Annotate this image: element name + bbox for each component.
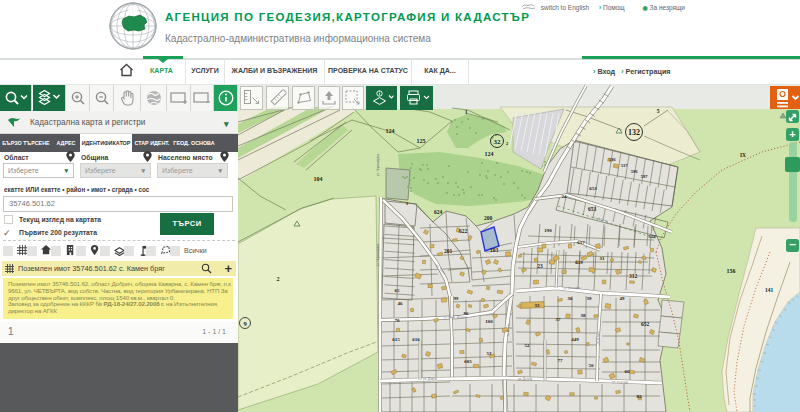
svg-text:ул. Черноморска: ул. Черноморска — [376, 153, 380, 176]
svg-text:31: 31 — [600, 256, 606, 261]
svg-text:24: 24 — [562, 194, 568, 199]
svg-text:125: 125 — [417, 138, 426, 144]
svg-text:46: 46 — [398, 301, 404, 306]
svg-text:596: 596 — [631, 169, 639, 174]
svg-text:33: 33 — [535, 303, 541, 308]
svg-text:70: 70 — [395, 318, 401, 323]
svg-text:312: 312 — [629, 273, 638, 279]
svg-text:52: 52 — [525, 343, 531, 348]
svg-text:60: 60 — [625, 369, 631, 374]
svg-text:ул. Българка: ул. Българка — [563, 286, 581, 291]
svg-text:449: 449 — [571, 337, 579, 342]
svg-text:615: 615 — [392, 337, 400, 342]
svg-text:99: 99 — [454, 296, 459, 301]
svg-text:653: 653 — [588, 206, 597, 212]
svg-text:619: 619 — [575, 260, 583, 265]
svg-text:605: 605 — [464, 359, 472, 364]
svg-text:49: 49 — [620, 296, 626, 301]
svg-text:36: 36 — [568, 296, 574, 301]
svg-text:201: 201 — [444, 248, 453, 254]
svg-text:190: 190 — [544, 228, 552, 233]
svg-text:ул. Сред. Долина: ул. Сред. Долина — [443, 315, 467, 319]
svg-text:82: 82 — [637, 394, 643, 399]
svg-text:617: 617 — [577, 240, 585, 245]
svg-text:141: 141 — [765, 287, 774, 293]
svg-text:39: 39 — [587, 296, 593, 301]
svg-text:124: 124 — [485, 151, 494, 157]
svg-text:124: 124 — [386, 128, 395, 134]
svg-text:528: 528 — [648, 234, 656, 239]
svg-text:653: 653 — [589, 186, 597, 191]
svg-text:38: 38 — [581, 313, 587, 318]
svg-text:536: 536 — [609, 157, 617, 162]
svg-text:103: 103 — [490, 247, 499, 253]
svg-text:156: 156 — [727, 268, 736, 274]
svg-text:ул. Първа: ул. Първа — [506, 323, 511, 337]
svg-text:616: 616 — [412, 337, 420, 342]
svg-text:32: 32 — [494, 138, 502, 146]
svg-text:ул. Черноморска: ул. Черноморска — [376, 243, 380, 266]
svg-text:ул. Радецки: ул. Радецки — [612, 380, 628, 385]
svg-text:IX: IX — [740, 152, 746, 158]
svg-text:ул. Десета: ул. Десета — [518, 377, 533, 381]
svg-text:50: 50 — [589, 363, 595, 368]
svg-text:65: 65 — [395, 288, 401, 293]
svg-text:ул. Девета: ул. Девета — [423, 377, 438, 381]
svg-text:77: 77 — [558, 358, 564, 363]
svg-text:132: 132 — [628, 128, 640, 137]
svg-text:37: 37 — [556, 317, 562, 322]
svg-text:652: 652 — [641, 321, 650, 327]
svg-text:2: 2 — [277, 276, 280, 282]
svg-text:597: 597 — [641, 174, 649, 179]
svg-text:622: 622 — [459, 228, 468, 234]
svg-text:537: 537 — [621, 163, 629, 168]
svg-text:23: 23 — [537, 263, 543, 269]
svg-text:200: 200 — [484, 215, 493, 221]
svg-text:104: 104 — [314, 176, 323, 182]
svg-text:ул. Втора: ул. Втора — [596, 331, 600, 344]
svg-text:100: 100 — [485, 319, 493, 324]
svg-text:624: 624 — [434, 209, 443, 215]
svg-text:53: 53 — [487, 351, 493, 356]
